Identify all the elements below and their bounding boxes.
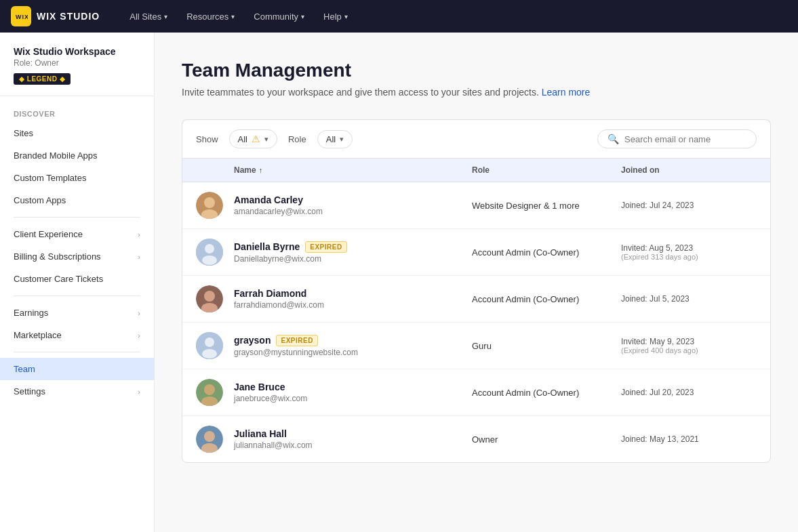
member-joined: Joined: Jul 20, 2023 [621, 388, 757, 397]
col-joined: Joined on [621, 165, 757, 175]
avatar-placeholder [196, 332, 223, 359]
member-role: Account Admin (Co-Owner) [472, 247, 621, 258]
svg-point-14 [204, 384, 215, 395]
svg-point-5 [205, 244, 214, 253]
member-name: graysonEXPIRED [234, 335, 472, 346]
topnav-resources[interactable]: Resources ▾ [178, 7, 243, 26]
main-content: Team Management Invite teammates to your… [155, 33, 798, 532]
table-row[interactable]: Farrah Diamondfarrahdiamond@wix.comAccou… [182, 276, 770, 323]
member-name: Daniella ByrneEXPIRED [234, 241, 472, 253]
logo[interactable]: WIX WIX STUDIO [11, 6, 100, 26]
member-role: Account Admin (Co-Owner) [472, 388, 621, 398]
sidebar-item-customer-care-tickets[interactable]: Customer Care Tickets [0, 268, 154, 290]
show-filter[interactable]: All ⚠ ▾ [229, 129, 277, 148]
topnav-all-sites[interactable]: All Sites ▾ [121, 7, 176, 26]
chevron-down-icon: ▾ [231, 13, 235, 20]
svg-text:WIX: WIX [16, 14, 28, 20]
member-joined: Joined: May 13, 2021 [621, 434, 757, 444]
member-name: Jane Bruce [234, 382, 472, 392]
table-row[interactable]: Juliana Halljuliannahall@wix.comOwnerJoi… [182, 416, 770, 462]
sidebar-item-branded-mobile-apps[interactable]: Branded Mobile Apps [0, 144, 154, 167]
search-input[interactable] [624, 134, 746, 144]
topnav-items: All Sites ▾ Resources ▾ Community ▾ Help… [121, 7, 356, 26]
chevron-down-icon: ▾ [264, 135, 268, 144]
col-name: Name ↑ [234, 165, 472, 175]
page-subtitle: Invite teammates to your workspace and g… [182, 87, 771, 98]
search-icon: 🔍 [607, 134, 619, 144]
page-title: Team Management [182, 60, 771, 81]
role-filter[interactable]: All ▾ [317, 130, 353, 148]
sidebar-divider [14, 217, 140, 218]
learn-more-link[interactable]: Learn more [542, 87, 591, 98]
topnav: WIX WIX STUDIO All Sites ▾ Resources ▾ C… [0, 0, 798, 33]
table-body: Amanda Carleyamandacarley@wix.comWebsite… [182, 182, 770, 462]
topnav-community[interactable]: Community ▾ [245, 7, 313, 26]
sidebar-divider [14, 295, 140, 296]
wix-icon: WIX [11, 6, 31, 26]
sidebar-item-settings[interactable]: Settings › [0, 380, 154, 403]
avatar [196, 426, 223, 453]
svg-point-11 [205, 337, 214, 347]
sidebar-item-client-experience[interactable]: Client Experience › [0, 223, 154, 245]
member-name: Juliana Hall [234, 428, 472, 439]
table-row[interactable]: Amanda Carleyamandacarley@wix.comWebsite… [182, 182, 770, 229]
table-row[interactable]: Jane Brucejanebruce@wix.comAccount Admin… [182, 369, 770, 416]
chevron-down-icon: ▾ [340, 135, 344, 144]
member-info: Farrah Diamondfarrahdiamond@wix.com [234, 288, 472, 310]
topnav-help[interactable]: Help ▾ [315, 7, 356, 26]
member-name: Amanda Carley [234, 195, 472, 205]
avatar-placeholder [196, 239, 223, 266]
member-info: Jane Brucejanebruce@wix.com [234, 382, 472, 403]
member-role: Guru [472, 341, 621, 351]
sidebar-item-earnings[interactable]: Earnings › [0, 302, 154, 324]
svg-point-2 [204, 197, 215, 208]
filters-row: Show All ⚠ ▾ Role All ▾ 🔍 [182, 119, 771, 158]
table-row[interactable]: graysonEXPIREDgrayson@mystunningwebsite.… [182, 323, 770, 369]
table-row[interactable]: Daniella ByrneEXPIREDDaniellabyrne@wix.c… [182, 229, 770, 276]
member-info: Amanda Carleyamandacarley@wix.com [234, 195, 472, 216]
sidebar-item-custom-templates[interactable]: Custom Templates [0, 167, 154, 189]
team-table: Name ↑ Role Joined on Amanda Carleyamand… [182, 158, 771, 463]
workspace-role: Role: Owner [14, 58, 140, 68]
show-label: Show [196, 134, 218, 144]
expired-badge: EXPIRED [276, 335, 317, 346]
member-info: Daniella ByrneEXPIREDDaniellabyrne@wix.c… [234, 241, 472, 264]
svg-point-8 [204, 291, 215, 302]
member-role: Website Designer & 1 more [472, 201, 621, 211]
avatar [196, 379, 223, 406]
sidebar-item-sites[interactable]: Sites [0, 122, 154, 144]
member-email: grayson@mystunningwebsite.com [234, 348, 472, 357]
sidebar-item-team[interactable]: Team [0, 358, 154, 380]
chevron-right-icon: › [138, 253, 140, 261]
member-email: farrahdiamond@wix.com [234, 300, 472, 310]
legend-badge: ◆ LEGEND ◆ [14, 73, 71, 85]
chevron-down-icon: ▾ [344, 13, 348, 20]
chevron-right-icon: › [138, 331, 140, 340]
member-role: Owner [472, 434, 621, 445]
svg-point-12 [202, 349, 217, 359]
svg-point-6 [202, 255, 217, 265]
chevron-right-icon: › [138, 388, 140, 396]
member-email: juliannahall@wix.com [234, 441, 472, 450]
search-box[interactable]: 🔍 [597, 129, 757, 148]
sidebar-item-billing-subscriptions[interactable]: Billing & Subscriptions › [0, 245, 154, 268]
workspace-info: Wix Studio Workspace Role: Owner ◆ LEGEN… [0, 46, 154, 96]
warning-icon: ⚠ [252, 134, 260, 144]
sidebar-item-marketplace[interactable]: Marketplace › [0, 324, 154, 346]
sidebar: Wix Studio Workspace Role: Owner ◆ LEGEN… [0, 33, 155, 532]
member-joined: Joined: Jul 5, 2023 [621, 294, 757, 304]
sidebar-divider [14, 352, 140, 352]
member-email: amandacarley@wix.com [234, 207, 472, 216]
member-role: Account Admin (Co-Owner) [472, 294, 621, 304]
sidebar-item-custom-apps[interactable]: Custom Apps [0, 189, 154, 211]
table-header: Name ↑ Role Joined on [182, 159, 770, 182]
avatar [196, 192, 223, 219]
member-joined: Joined: Jul 24, 2023 [621, 201, 757, 210]
member-name: Farrah Diamond [234, 288, 472, 299]
chevron-down-icon: ▾ [301, 13, 304, 20]
member-joined: Invited: May 9, 2023(Expired 400 days ag… [621, 337, 757, 354]
member-joined: Invited: Aug 5, 2023(Expired 313 days ag… [621, 243, 757, 261]
chevron-right-icon: › [138, 309, 140, 317]
discover-label: Discover [0, 107, 154, 122]
role-label: Role [288, 134, 306, 144]
